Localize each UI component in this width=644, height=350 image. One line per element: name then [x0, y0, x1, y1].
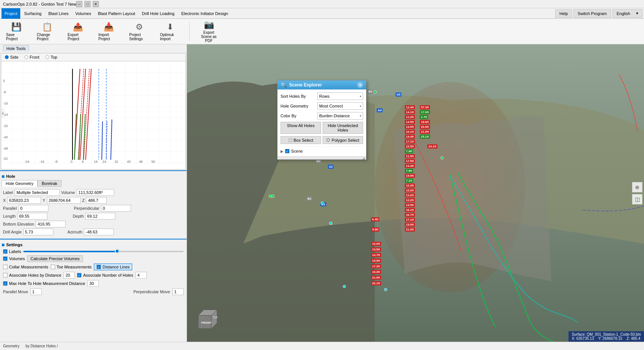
sort-holes-select[interactable]: Rows ▾ — [317, 92, 363, 100]
z-input[interactable] — [86, 197, 107, 204]
toe-checkbox[interactable] — [51, 265, 55, 269]
polygon-select-button[interactable]: ⬡ Polygon Select — [323, 136, 363, 144]
collar-measurements-label[interactable]: Collar Measurements — [3, 265, 48, 269]
export-pdf-button[interactable]: 📷 Export Scene as PDF — [196, 20, 222, 43]
perpendicular-label: Perpendicular — [74, 206, 100, 211]
svg-text:-52: -52 — [3, 157, 8, 161]
parallel-input[interactable] — [18, 205, 48, 212]
nav-arrow-left[interactable]: ‹ — [1, 108, 5, 118]
right-viewport[interactable]: A5 A4 A3 A2 A1 B5 B4 B3 B2 B1 12.4ft 14.… — [187, 44, 644, 342]
language-selector[interactable]: English ▾ — [612, 9, 642, 18]
menu-surfacing[interactable]: Surfacing — [21, 8, 44, 19]
import-project-button[interactable]: 📥 Import Project — [95, 20, 122, 43]
associate-number-checkbox[interactable] — [77, 273, 81, 277]
project-settings-button[interactable]: ⚙ Project Settings — [126, 20, 152, 43]
sub-tab-boretrak[interactable]: Boretrak — [38, 180, 62, 187]
meas2-6: 21.0ft — [420, 130, 430, 134]
label-input[interactable] — [15, 189, 60, 196]
meas-4: 14.5ft — [405, 120, 415, 124]
bottom-elevation-input[interactable] — [36, 221, 66, 227]
svg-text:16: 16 — [94, 160, 98, 164]
view-tab-front[interactable]: Front — [24, 54, 40, 60]
menu-project[interactable]: Project — [2, 8, 20, 19]
dialog-close-button[interactable]: ✕ — [357, 82, 363, 88]
labels-checkbox[interactable] — [3, 249, 8, 254]
azimuth-input[interactable] — [84, 229, 114, 235]
sub-tab-hole-geometry[interactable]: Hole Geometry — [2, 180, 38, 187]
labels-slider[interactable] — [23, 251, 184, 252]
app-title: CarlsonOps 2.0.82 - Gordon Test 7 New — [3, 2, 76, 6]
change-project-button[interactable]: 📋 Change Project — [34, 20, 60, 43]
toe-measurements-label[interactable]: Toe Measurements — [51, 265, 92, 269]
switch-program-button[interactable]: Switch Program — [573, 9, 611, 18]
associate-holes-distance-label[interactable]: Associate Holes by Distance — [3, 273, 61, 277]
view-tab-top[interactable]: Top — [45, 54, 58, 60]
max-hole-distance-checkbox[interactable] — [3, 281, 8, 286]
volumes-checkbox[interactable] — [3, 256, 8, 261]
save-project-button[interactable]: 💾 Save Project — [3, 20, 29, 43]
window-controls[interactable]: ─ □ ✕ — [76, 1, 99, 7]
dialog-resize-icon[interactable]: ◢ — [362, 156, 365, 160]
viewport-settings-button[interactable]: ⊕ — [632, 182, 642, 192]
drill-angle-input[interactable] — [23, 229, 53, 235]
viewport-nav-cube-button[interactable]: ◫ — [632, 194, 642, 205]
volumes-checkbox-label[interactable]: Volumes — [3, 256, 25, 261]
menu-drill-hole-loading[interactable]: Drill Hole Loading — [139, 8, 178, 19]
hide-unselected-holes-button[interactable]: Hide Unselected Holes — [323, 122, 363, 134]
associate-holes-distance-checkbox[interactable] — [3, 273, 8, 277]
labels-checkbox-label[interactable]: Labels — [3, 249, 21, 254]
maximize-button[interactable]: □ — [84, 1, 90, 7]
x-input[interactable] — [7, 197, 41, 204]
scene-checkbox[interactable] — [285, 149, 290, 153]
box-select-button[interactable]: ⬚ Box Select — [281, 136, 321, 144]
menu-blast-lines[interactable]: Blast Lines — [45, 8, 72, 19]
menu-electronic-initiator[interactable]: Electronic Initiator Design — [178, 8, 231, 19]
length-input[interactable] — [17, 213, 47, 220]
associate-number-label[interactable]: Associate Number of Holes — [77, 273, 133, 277]
perpendicular-move-input[interactable] — [172, 288, 184, 295]
meas-7: 14.4ft — [405, 135, 415, 139]
collar-checkbox[interactable] — [3, 265, 8, 269]
bottom-elevation-label: Bottom Elevation — [3, 222, 34, 226]
project-settings-icon: ⚙ — [136, 22, 143, 32]
hole-tools-tab[interactable]: Hole Tools — [3, 45, 29, 52]
tree-expand-icon[interactable]: ▶ — [281, 149, 284, 153]
view-radio-front[interactable] — [24, 55, 28, 59]
hole-geometry-select[interactable]: Most Correct ▾ — [317, 102, 363, 110]
view-radio-side[interactable] — [5, 55, 9, 59]
meas2-3: 2.7ft — [420, 115, 428, 119]
status-bar: Geometry by Distance Holes / — [0, 342, 644, 350]
export-project-button[interactable]: 📤 Export Project — [65, 20, 91, 43]
menu-blast-pattern-layout[interactable]: Blast Pattern Layout — [95, 8, 138, 19]
perpendicular-input[interactable] — [101, 205, 131, 212]
view-radio-top[interactable] — [45, 55, 49, 59]
max-hole-distance-input[interactable] — [87, 280, 99, 287]
meas-3: 11.0ft — [405, 115, 415, 119]
max-hole-distance-label[interactable]: Max Hole To Hole Measurement Distance — [3, 281, 85, 286]
nav-cube[interactable]: FRONT TOP — [195, 308, 217, 334]
associate-number-input[interactable] — [136, 272, 147, 279]
calculate-volumes-button[interactable]: Calculate Precise Volumes — [27, 255, 83, 262]
color-by-arrow-icon: ▾ — [360, 114, 361, 118]
y-input[interactable] — [47, 197, 81, 204]
z-field-label: Z — [82, 198, 85, 203]
view-canvas[interactable]: 0 -8 -16 -24 -32 -40 -48 -52 -24 -16 -8 … — [1, 61, 186, 165]
labels-slider-thumb[interactable] — [115, 249, 119, 253]
associate-distance-input[interactable] — [63, 272, 75, 279]
close-button[interactable]: ✕ — [93, 1, 99, 7]
depth-input[interactable] — [85, 213, 115, 220]
volume-input[interactable] — [77, 189, 114, 196]
distance-lines-label[interactable]: Distance Lines — [94, 264, 132, 270]
distance-lines-checkbox[interactable] — [97, 265, 101, 269]
export-pdf-icon: 📷 — [204, 20, 214, 30]
parallel-move-input[interactable] — [30, 288, 42, 295]
optimuk-import-button[interactable]: ⬇ Optimuk Import — [157, 20, 183, 43]
label-field-label: Label — [3, 190, 13, 195]
meas2-7: 24.1ft — [427, 144, 437, 148]
help-button[interactable]: Help — [555, 9, 572, 18]
minimize-button[interactable]: ─ — [76, 1, 82, 7]
color-by-select[interactable]: Burden Distance ▾ — [317, 112, 363, 120]
menu-volumes[interactable]: Volumes — [72, 8, 94, 19]
view-tab-side[interactable]: Side — [4, 54, 19, 60]
show-all-holes-button[interactable]: Show All Holes — [281, 122, 321, 134]
